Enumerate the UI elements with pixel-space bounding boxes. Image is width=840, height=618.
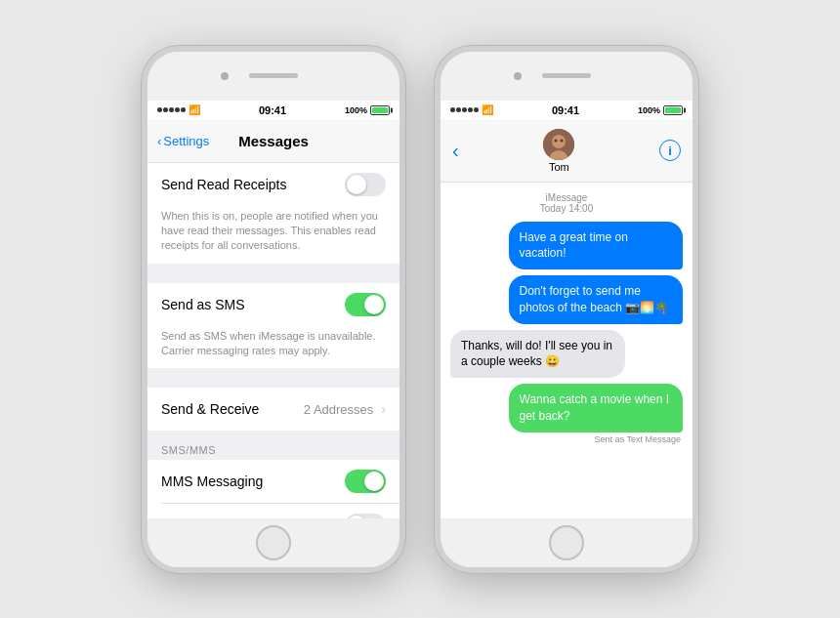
wifi-icon-2: 📶 xyxy=(482,104,493,115)
battery-icon-2 xyxy=(663,105,683,115)
settings-title: Messages xyxy=(238,133,309,149)
send-receive-value: 2 Addresses xyxy=(304,402,374,417)
back-label[interactable]: Settings xyxy=(163,134,209,148)
mms-label: MMS Messaging xyxy=(161,474,263,489)
send-receive-label: Send & Receive xyxy=(161,401,259,417)
iphone-bottom-2 xyxy=(441,518,693,567)
screen-2: 📶 09:41 100% ‹ xyxy=(441,101,693,518)
dot1 xyxy=(157,107,162,112)
battery-icon-1 xyxy=(370,105,390,115)
svg-point-4 xyxy=(561,139,564,142)
signal-area-1: 📶 xyxy=(157,104,200,115)
read-receipts-label: Send Read Receipts xyxy=(161,177,345,192)
sms-text: Send as SMS xyxy=(161,297,345,312)
screen-1: 📶 09:41 100% ‹ Settings Messages xyxy=(147,101,399,518)
spacer-2 xyxy=(147,368,399,388)
message-row-2: Don't forget to send me photos of the be… xyxy=(450,275,683,324)
dot2 xyxy=(163,107,168,112)
smsmms-section: MMS Messaging Show Subject Field xyxy=(147,460,399,517)
dot3 xyxy=(169,107,174,112)
phones-container: 📶 09:41 100% ‹ Settings Messages xyxy=(142,46,698,573)
sms-sublabel: Send as SMS when iMessage is unavailable… xyxy=(161,329,386,359)
sms-description: Send as SMS when iMessage is unavailable… xyxy=(147,329,399,369)
signal-area-2: 📶 xyxy=(450,104,493,115)
send-read-receipts-row[interactable]: Send Read Receipts xyxy=(147,163,399,206)
toggle-knob-2 xyxy=(364,295,384,314)
dot4 xyxy=(175,107,180,112)
svg-point-3 xyxy=(555,139,558,142)
toggle-knob-1 xyxy=(347,175,366,194)
speaker-2 xyxy=(542,73,591,78)
settings-nav: ‹ Settings Messages xyxy=(147,120,399,163)
back-chevron-icon: ‹ xyxy=(157,134,161,148)
info-button[interactable]: i xyxy=(659,140,681,161)
battery-fill-1 xyxy=(372,107,388,113)
read-receipts-sublabel: When this is on, people are notified whe… xyxy=(161,209,386,254)
iphone-top-1 xyxy=(147,52,399,101)
show-subject-row[interactable]: Show Subject Field xyxy=(147,504,399,517)
avatar-svg xyxy=(543,129,574,160)
battery-pct-1: 100% xyxy=(345,105,367,115)
battery-area-2: 100% xyxy=(638,105,683,115)
speaker-1 xyxy=(249,73,298,78)
message-row-3: Thanks, will do! I'll see you in a coupl… xyxy=(450,330,683,379)
battery-pct-2: 100% xyxy=(638,105,660,115)
smsmms-label: SMS/MMS xyxy=(161,444,216,456)
home-button-2[interactable] xyxy=(549,525,584,560)
bubble-2: Don't forget to send me photos of the be… xyxy=(509,275,684,324)
clock-1: 09:41 xyxy=(259,104,286,116)
sdot3 xyxy=(462,107,467,112)
contact-name: Tom xyxy=(549,161,569,173)
read-receipts-section: Send Read Receipts When this is on, peop… xyxy=(147,163,399,264)
sdot2 xyxy=(456,107,461,112)
read-receipts-text: Send Read Receipts xyxy=(161,177,345,192)
timestamp: iMessageToday 14:00 xyxy=(450,192,683,214)
settings-back-button[interactable]: ‹ Settings xyxy=(157,134,209,148)
signal-dots-2 xyxy=(450,107,479,112)
read-receipts-toggle[interactable] xyxy=(345,173,386,196)
smsmms-divider: SMS/MMS xyxy=(147,431,399,460)
bubble-1: Have a great time on vacation! xyxy=(509,222,684,270)
send-receive-right: 2 Addresses › xyxy=(304,401,386,417)
toggle-knob-3 xyxy=(364,472,384,491)
mms-messaging-row[interactable]: MMS Messaging xyxy=(147,460,399,503)
send-receive-section: Send & Receive 2 Addresses › xyxy=(147,388,399,431)
bubble-3: Thanks, will do! I'll see you in a coupl… xyxy=(450,330,625,379)
subject-toggle[interactable] xyxy=(345,514,386,517)
mms-toggle[interactable] xyxy=(345,470,386,493)
sent-as-text-meta: Sent as Text Message xyxy=(593,434,683,444)
messages-back-button[interactable]: ‹ xyxy=(452,141,459,160)
battery-fill-2 xyxy=(665,107,681,113)
bubble-4: Wanna catch a movie when I get back? xyxy=(509,384,684,433)
camera-2 xyxy=(514,72,522,80)
settings-content: Send Read Receipts When this is on, peop… xyxy=(147,163,399,518)
camera-1 xyxy=(221,72,229,80)
chevron-icon: › xyxy=(381,401,386,417)
svg-point-1 xyxy=(552,135,566,148)
sms-section: Send as SMS Send as SMS when iMessage is… xyxy=(147,283,399,369)
message-row-4: Wanna catch a movie when I get back? Sen… xyxy=(450,384,683,444)
status-bar-1: 📶 09:41 100% xyxy=(147,101,399,120)
sdot1 xyxy=(450,107,455,112)
iphone-bottom-1 xyxy=(147,518,399,567)
sms-label: Send as SMS xyxy=(161,297,345,312)
send-receive-row[interactable]: Send & Receive 2 Addresses › xyxy=(147,388,399,431)
wifi-icon-1: 📶 xyxy=(189,104,200,115)
sdot4 xyxy=(468,107,473,112)
messages-content: iMessageToday 14:00 Have a great time on… xyxy=(441,183,693,518)
spacer-1 xyxy=(147,264,399,283)
iphone-top-2 xyxy=(441,52,693,101)
clock-2: 09:41 xyxy=(552,104,579,116)
home-button-1[interactable] xyxy=(256,525,291,560)
iphone-messages: 📶 09:41 100% ‹ xyxy=(435,46,698,573)
sms-toggle[interactable] xyxy=(345,293,386,316)
signal-dots-1 xyxy=(157,107,186,112)
dot5 xyxy=(181,107,186,112)
contact-info[interactable]: Tom xyxy=(459,129,659,173)
send-as-sms-row[interactable]: Send as SMS xyxy=(147,283,399,326)
battery-area-1: 100% xyxy=(345,105,390,115)
sdot5 xyxy=(474,107,479,112)
messages-nav: ‹ Tom i xyxy=(441,120,693,183)
read-receipts-description: When this is on, people are notified whe… xyxy=(147,209,399,264)
status-bar-2: 📶 09:41 100% xyxy=(441,101,693,120)
